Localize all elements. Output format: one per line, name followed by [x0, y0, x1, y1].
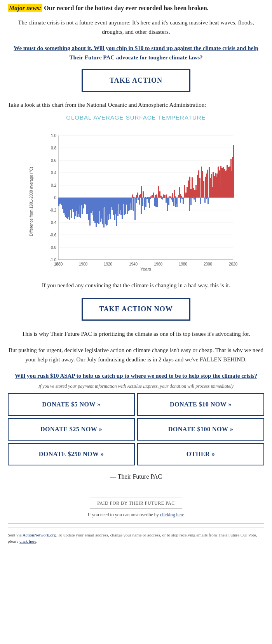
donate-5-button[interactable]: DONATE $5 NOW » — [8, 393, 135, 416]
svg-rect-205 — [135, 198, 136, 199]
svg-rect-218 — [152, 196, 153, 198]
pushing-text: But pushing for urgent, decisive legisla… — [8, 345, 264, 364]
svg-text:2020: 2020 — [229, 262, 238, 266]
svg-rect-227 — [163, 194, 164, 198]
svg-rect-128 — [204, 198, 206, 203]
svg-rect-214 — [146, 198, 148, 199]
svg-rect-245 — [187, 187, 188, 198]
cta-link[interactable]: We must do something about it. Will you … — [8, 43, 264, 62]
svg-rect-184 — [108, 198, 109, 215]
svg-rect-168 — [87, 198, 88, 214]
svg-rect-249 — [192, 177, 193, 198]
svg-rect-191 — [117, 198, 118, 211]
major-news-headline: Our record for the hottest day ever reco… — [42, 5, 209, 11]
svg-rect-259 — [205, 177, 206, 198]
svg-rect-234 — [172, 198, 173, 202]
rush-link[interactable]: Will you rush $10 ASAP to help us catch … — [8, 371, 264, 380]
prioritizing-text: This is why Their Future PAC is prioriti… — [8, 329, 264, 338]
svg-text:Difference from 1901-2000 aver: Difference from 1901-2000 average (°C) — [29, 167, 33, 236]
svg-rect-251 — [194, 190, 195, 198]
svg-rect-229 — [166, 194, 167, 198]
svg-rect-233 — [171, 198, 172, 200]
signature: — Their Future PAC — [8, 473, 264, 480]
click-here-link[interactable]: click here — [19, 539, 36, 543]
svg-rect-180 — [102, 198, 103, 208]
svg-rect-264 — [211, 174, 212, 198]
svg-rect-170 — [89, 198, 91, 226]
svg-rect-97 — [156, 194, 157, 198]
svg-rect-257 — [202, 171, 203, 198]
svg-rect-129 — [206, 198, 207, 199]
svg-rect-103 — [166, 198, 167, 203]
svg-rect-176 — [97, 198, 98, 223]
svg-rect-175 — [96, 198, 97, 227]
svg-text:1.0: 1.0 — [51, 134, 56, 138]
svg-rect-211 — [143, 191, 144, 198]
svg-text:2000: 2000 — [204, 262, 213, 266]
svg-rect-194 — [120, 198, 122, 212]
svg-rect-177 — [98, 198, 99, 224]
svg-rect-120 — [192, 198, 193, 198]
svg-rect-181 — [104, 198, 105, 207]
svg-rect-221 — [155, 198, 157, 207]
take-action-button[interactable]: TAKE ACTION — [82, 69, 190, 92]
svg-rect-216 — [149, 198, 150, 208]
svg-text:-0.2: -0.2 — [50, 208, 57, 212]
svg-rect-174 — [94, 198, 96, 223]
svg-rect-271 — [220, 166, 221, 198]
svg-rect-169 — [88, 198, 89, 220]
svg-rect-107 — [172, 193, 173, 198]
donate-10-button[interactable]: DONATE $10 NOW » — [137, 393, 264, 416]
action-network-link[interactable]: ActionNetwork.org — [23, 533, 56, 537]
svg-rect-202 — [131, 198, 132, 208]
convincing-text: If you needed any convincing that the cl… — [8, 281, 264, 290]
svg-rect-154 — [69, 198, 70, 214]
svg-rect-93 — [150, 198, 151, 199]
svg-rect-151 — [65, 198, 66, 217]
chart-container: GLOBAL AVERAGE SURFACE TEMPERATURE Diffe… — [8, 114, 264, 271]
svg-rect-164 — [82, 198, 83, 214]
svg-rect-190 — [115, 198, 117, 214]
unsub-link[interactable]: clicking here — [160, 512, 184, 517]
svg-rect-258 — [203, 181, 204, 198]
svg-text:1960: 1960 — [154, 262, 163, 266]
svg-rect-166 — [84, 198, 85, 204]
svg-rect-119 — [190, 198, 192, 205]
svg-rect-237 — [176, 198, 177, 204]
svg-rect-254 — [198, 170, 199, 198]
svg-rect-158 — [74, 198, 75, 215]
svg-rect-155 — [70, 198, 71, 210]
svg-rect-161 — [78, 198, 79, 214]
svg-rect-217 — [150, 196, 152, 198]
svg-rect-179 — [101, 198, 102, 219]
legal-end: . — [36, 539, 37, 543]
donate-other-button[interactable]: OTHER » — [137, 443, 264, 465]
svg-rect-106 — [170, 196, 171, 198]
svg-rect-209 — [140, 194, 141, 198]
svg-rect-182 — [105, 198, 106, 219]
svg-rect-220 — [154, 198, 155, 206]
svg-rect-89 — [144, 198, 145, 210]
svg-rect-165 — [83, 198, 84, 208]
svg-rect-195 — [122, 198, 123, 219]
donate-100-button[interactable]: DONATE $100 NOW » — [137, 418, 264, 441]
svg-rect-178 — [100, 198, 101, 219]
svg-rect-239 — [179, 187, 180, 198]
svg-rect-224 — [159, 194, 160, 198]
unsub-text: If you need to you can unsubscribe by — [88, 512, 160, 517]
donate-250-button[interactable]: DONATE $250 NOW » — [8, 443, 135, 465]
take-action-now-button[interactable]: TAKE ACTION NOW — [82, 298, 190, 321]
intro-paragraph: The climate crisis is not a future event… — [8, 18, 264, 36]
svg-rect-208 — [139, 195, 140, 198]
svg-rect-83 — [134, 198, 136, 220]
svg-rect-171 — [91, 198, 92, 213]
svg-rect-196 — [123, 198, 124, 204]
svg-rect-235 — [174, 190, 175, 198]
svg-rect-278 — [229, 168, 230, 198]
donate-25-button[interactable]: DONATE $25 NOW » — [8, 418, 135, 441]
svg-rect-200 — [128, 198, 129, 206]
svg-rect-236 — [175, 196, 176, 198]
svg-text:1900: 1900 — [79, 262, 88, 266]
svg-rect-253 — [197, 175, 198, 198]
svg-rect-113 — [181, 196, 182, 198]
